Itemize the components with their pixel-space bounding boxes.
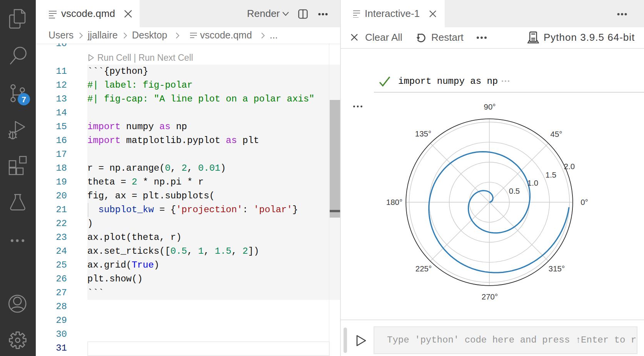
svg-text:1.5: 1.5	[546, 170, 557, 179]
svg-text:0°: 0°	[581, 198, 588, 206]
svg-text:7: 7	[22, 95, 26, 104]
svg-text:180°: 180°	[386, 198, 402, 206]
svg-text:135°: 135°	[415, 129, 431, 138]
svg-text:90°: 90°	[484, 102, 496, 111]
svg-text:0.5: 0.5	[509, 186, 520, 195]
svg-text:315°: 315°	[549, 264, 565, 273]
svg-text:270°: 270°	[482, 292, 498, 301]
svg-text:1.0: 1.0	[527, 178, 539, 187]
svg-text:45°: 45°	[550, 130, 562, 138]
svg-text:225°: 225°	[415, 264, 432, 273]
svg-text:2.0: 2.0	[564, 162, 575, 171]
